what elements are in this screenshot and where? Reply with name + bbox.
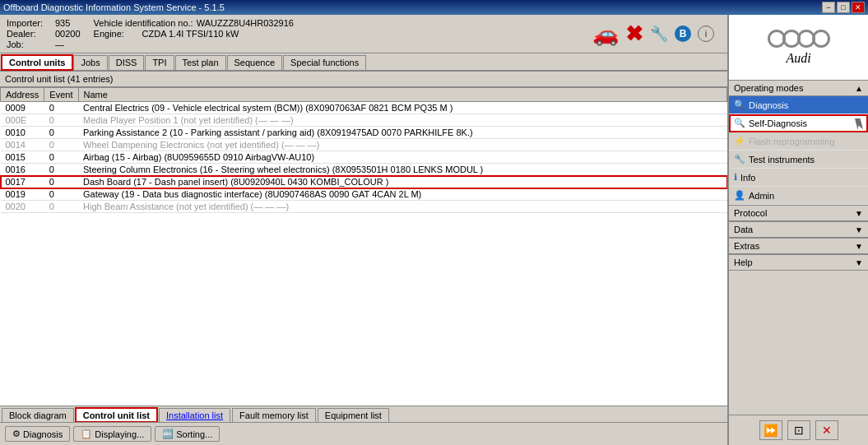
main-container: Importer: 935 Dealer: 00200 Job: — Vehic…	[0, 15, 868, 445]
table-row[interactable]: 00200High Beam Assistance (not yet ident…	[1, 201, 727, 213]
red-x-icon: ✖	[625, 21, 643, 47]
diagnosis-button[interactable]: ⚙ Diagnosis	[5, 426, 70, 442]
table-row[interactable]: 000E0Media Player Position 1 (not yet id…	[1, 114, 727, 127]
vehicle-icons: 🚗 ✖ 🔧 B i	[592, 18, 721, 49]
table-row[interactable]: 00140Wheel Dampening Electronics (not ye…	[1, 139, 727, 151]
header-info: Importer: 935 Dealer: 00200 Job: — Vehic…	[0, 15, 727, 53]
tab-jobs[interactable]: Jobs	[73, 55, 107, 70]
mode-diagnosis[interactable]: 🔍 Diagnosis	[729, 96, 868, 114]
operating-modes-header: Operating modes ▲	[729, 81, 868, 96]
cell-name: Steering Column Electronics (16 - Steeri…	[78, 164, 727, 176]
diagnosis-icon: ⚙	[12, 429, 21, 439]
importer-label: Importer:	[7, 18, 52, 28]
sorting-label: Sorting...	[176, 429, 212, 439]
displaying-button[interactable]: 📋 Displaying...	[73, 426, 151, 442]
tab-test-plan[interactable]: Test plan	[175, 55, 226, 70]
tab-sequence[interactable]: Sequence	[227, 55, 283, 70]
cell-name: Central Electrics (09 - Vehicle electric…	[78, 102, 727, 114]
close-button[interactable]: ✕	[852, 2, 865, 13]
operating-modes-title: Operating modes	[734, 83, 803, 93]
table-row[interactable]: 00150Airbag (15 - Airbag) (8U0959655D 09…	[1, 151, 727, 164]
bottom-tab-installation-list[interactable]: Installation list	[159, 408, 230, 422]
bottom-tab-control-unit-list[interactable]: Control unit list	[76, 408, 157, 422]
table-row[interactable]: 00160Steering Column Electronics (16 - S…	[1, 164, 727, 176]
col-address: Address	[1, 88, 44, 102]
control-unit-table: Address Event Name 00090Central Electric…	[0, 87, 727, 213]
cell-event: 0	[44, 164, 78, 176]
title-bar: Offboard Diagnostic Information System S…	[0, 0, 868, 15]
diagnosis-mode-label: Diagnosis	[749, 100, 788, 110]
nav-forward-button[interactable]: ⏩	[759, 420, 782, 440]
sorting-icon: 🔤	[162, 429, 174, 439]
cell-address: 0020	[1, 201, 44, 213]
nav-expand-button[interactable]: ⊡	[787, 420, 810, 440]
table-row[interactable]: 00100Parking Assistance 2 (10 - Parking …	[1, 127, 727, 139]
self-diagnosis-mode-icon: 🔍	[734, 118, 745, 128]
audi-rings	[768, 30, 830, 48]
tab-special-functions[interactable]: Special functions	[283, 55, 366, 70]
flash-reprogramming-label: Flash reprogramming	[749, 137, 835, 146]
bottom-tab-block-diagram[interactable]: Block diagram	[2, 408, 74, 422]
cell-event: 0	[44, 151, 78, 164]
ring-4	[812, 30, 830, 48]
sorting-button[interactable]: 🔤 Sorting...	[155, 426, 220, 442]
minimize-button[interactable]: −	[822, 2, 835, 13]
cell-name: Media Player Position 1 (not yet identif…	[78, 114, 727, 127]
cell-event: 0	[44, 114, 78, 127]
mode-info[interactable]: ℹ Info	[729, 169, 868, 187]
section-protocol[interactable]: Protocol ▼	[729, 205, 868, 221]
section-help[interactable]: Help ▼	[729, 254, 868, 271]
left-panel: Importer: 935 Dealer: 00200 Job: — Vehic…	[0, 15, 728, 445]
engine-value: CZDA 1.4I TFSI/110 kW	[142, 29, 239, 39]
operating-modes-chevron[interactable]: ▲	[855, 84, 863, 93]
info-mode-icon: ℹ	[734, 172, 737, 183]
cell-event: 0	[44, 176, 78, 188]
mode-self-diagnosis[interactable]: 🔍 Self-Diagnosis	[729, 114, 868, 132]
table-row[interactable]: 00190Gateway (19 - Data bus diagnostic i…	[1, 188, 727, 201]
content-area: Control unit list (41 entries) Address E…	[0, 72, 727, 406]
col-name: Name	[78, 88, 727, 102]
cell-name: Parking Assistance 2 (10 - Parking assis…	[78, 127, 727, 139]
engine-row: Engine: CZDA 1.4I TFSI/110 kW	[94, 29, 294, 39]
nav-close-button[interactable]: ✕	[815, 420, 838, 440]
table-row[interactable]: 00170Dash Board (17 - Dash panel insert)…	[1, 176, 727, 188]
displaying-label: Displaying...	[95, 429, 144, 439]
section-protocol-label: Protocol	[734, 208, 767, 218]
header-col-left: Importer: 935 Dealer: 00200 Job: —	[7, 18, 81, 49]
cell-address: 0009	[1, 102, 44, 114]
right-panel: Audi Operating modes ▲ 🔍 Diagnosis 🔍 Sel…	[728, 15, 868, 445]
cell-address: 0010	[1, 127, 44, 139]
cell-event: 0	[44, 188, 78, 201]
maximize-button[interactable]: □	[837, 2, 850, 13]
mode-test-instruments[interactable]: 🔧 Test instruments	[729, 151, 868, 169]
section-data-label: Data	[734, 225, 753, 234]
bottom-tabs: Block diagram Control unit list Installa…	[0, 406, 727, 422]
bluetooth-icon: B	[675, 25, 691, 42]
section-extras-label: Extras	[734, 241, 759, 251]
control-unit-title: Control unit list (41 entries)	[0, 72, 727, 87]
bottom-tab-equipment-list[interactable]: Equipment list	[318, 408, 389, 422]
cell-address: 0015	[1, 151, 44, 164]
section-help-label: Help	[734, 257, 753, 267]
table-wrapper[interactable]: Address Event Name 00090Central Electric…	[0, 87, 727, 406]
bottom-tab-fault-memory[interactable]: Fault memory list	[232, 408, 316, 422]
importer-value: 935	[55, 18, 70, 28]
mode-admin[interactable]: 👤 Admin	[729, 187, 868, 205]
audi-logo-text: Audi	[786, 51, 810, 66]
cell-address: 000E	[1, 114, 44, 127]
tab-control-units[interactable]: Control units	[2, 55, 72, 70]
dealer-value: 00200	[55, 29, 81, 39]
cell-address: 0019	[1, 188, 44, 201]
cell-name: Wheel Dampening Electronics (not yet ide…	[78, 139, 727, 151]
tab-diss[interactable]: DISS	[109, 55, 145, 70]
flash-reprogramming-icon: ⚡	[734, 136, 745, 146]
table-row[interactable]: 00090Central Electrics (09 - Vehicle ele…	[1, 102, 727, 114]
section-extras[interactable]: Extras ▼	[729, 238, 868, 254]
col-event: Event	[44, 88, 78, 102]
cell-address: 0017	[1, 176, 44, 188]
mode-flash-reprogramming[interactable]: ⚡ Flash reprogramming	[729, 132, 868, 151]
job-value: —	[55, 39, 64, 49]
vin-label: Vehicle identification no.:	[94, 18, 193, 28]
tab-tpi[interactable]: TPI	[145, 55, 174, 70]
section-data[interactable]: Data ▼	[729, 221, 868, 238]
